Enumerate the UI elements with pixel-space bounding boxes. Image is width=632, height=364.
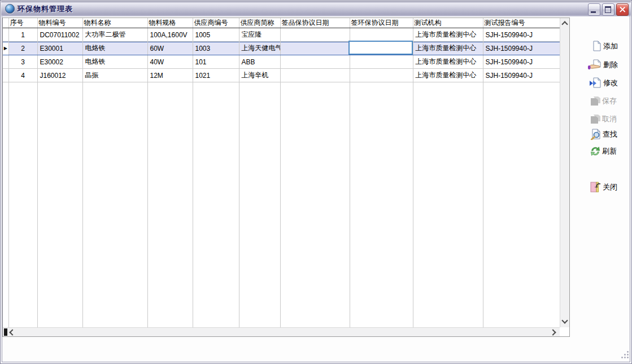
cell[interactable]: 上海天健电气有 — [239, 42, 280, 55]
refresh-icon — [590, 146, 601, 157]
scroll-right-icon[interactable] — [550, 329, 556, 335]
cell[interactable] — [350, 55, 413, 69]
cell[interactable]: 101 — [193, 55, 239, 69]
cell[interactable]: SJH-1509940-J — [483, 28, 560, 42]
row-indicator-cell[interactable]: ▶ — [3, 42, 8, 55]
cell[interactable]: 4 — [8, 69, 37, 82]
cell-editor-input[interactable] — [348, 41, 413, 55]
cell[interactable]: 60W — [147, 42, 193, 55]
horizontal-scrollbar[interactable] — [3, 327, 560, 336]
column-header-supplier-name[interactable]: 供应商简称 — [239, 18, 280, 28]
cell[interactable]: ABB — [239, 55, 280, 69]
cell[interactable]: SJH-1509940-J — [483, 69, 560, 82]
cell[interactable]: 40W — [147, 55, 193, 69]
modify-arrow-icon — [589, 77, 602, 88]
save-icon — [589, 95, 601, 106]
cell[interactable]: 12M — [147, 69, 193, 82]
scroll-left-icon[interactable] — [9, 329, 15, 335]
cell[interactable]: 晶振 — [82, 69, 147, 82]
table-row: 4 J160012 晶振 12M 1021 上海辛机 上海市质量检测中心 SJH… — [3, 69, 560, 82]
find-button[interactable]: 查找 — [590, 128, 630, 140]
table-row: 1 DC07011002 大功率二极管 100A,1600V 1005 宝应隆 … — [3, 28, 560, 42]
cell[interactable]: 1003 — [193, 42, 239, 55]
grid-header-row: 序号 物料编号 物料名称 物料规格 供应商编号 供应商简称 签品保协议日期 签环… — [3, 18, 560, 28]
resize-grip-icon[interactable] — [621, 350, 629, 359]
cell[interactable]: E30001 — [37, 42, 82, 55]
column-header-env-date[interactable]: 签环保协议日期 — [350, 18, 413, 28]
cell[interactable]: 100A,1600V — [147, 28, 193, 42]
add-document-icon — [591, 41, 602, 51]
delete-button[interactable]: 删除 — [588, 59, 629, 71]
cancel-button: 取消 — [589, 113, 630, 125]
cell[interactable] — [350, 28, 413, 42]
cell[interactable]: 3 — [8, 55, 37, 69]
cell[interactable]: 1021 — [193, 69, 239, 82]
cell[interactable]: 2 — [8, 42, 37, 55]
cell[interactable]: 宝应隆 — [239, 28, 280, 42]
column-header-spec[interactable]: 物料规格 — [147, 18, 193, 28]
cell[interactable]: 电烙铁 — [82, 42, 147, 55]
save-button: 保存 — [589, 95, 630, 107]
cell[interactable]: 1 — [8, 28, 37, 42]
cell[interactable] — [350, 69, 413, 82]
cell[interactable]: 上海辛机 — [239, 69, 280, 82]
maximize-icon — [605, 6, 611, 13]
minimize-icon — [591, 11, 596, 13]
column-header-test-org[interactable]: 测试机构 — [413, 18, 483, 28]
cell[interactable] — [280, 42, 350, 55]
scroll-up-icon[interactable] — [561, 21, 568, 27]
selected-row-marker-icon: ▶ — [3, 42, 8, 55]
row-indicator-cell[interactable] — [3, 69, 8, 82]
cell[interactable]: E30002 — [37, 55, 82, 69]
cell[interactable]: 上海市质量检测中心 — [413, 42, 483, 55]
cell[interactable]: 上海市质量检测中心 — [413, 69, 483, 82]
globe-icon — [5, 4, 15, 14]
add-button[interactable]: 添加 — [591, 40, 632, 52]
window-title: 环保物料管理表 — [18, 4, 73, 14]
row-indicator-cell[interactable] — [3, 55, 8, 69]
cancel-icon — [589, 113, 601, 124]
empty-grid-area — [3, 82, 560, 328]
cell[interactable] — [280, 55, 350, 69]
column-header-qa-date[interactable]: 签品保协议日期 — [280, 18, 350, 28]
column-header-seq[interactable]: 序号 — [8, 18, 37, 28]
delete-hand-icon — [588, 59, 602, 70]
close-door-icon — [589, 181, 602, 193]
hscrollbar-thumb[interactable] — [4, 328, 7, 336]
cell[interactable]: SJH-1509940-J — [483, 42, 560, 55]
cell[interactable]: 大功率二极管 — [82, 28, 147, 42]
minimize-button[interactable] — [588, 3, 600, 16]
close-form-button[interactable]: 关闭 — [589, 181, 629, 193]
column-header-material-name[interactable]: 物料名称 — [82, 18, 147, 28]
cell[interactable]: 上海市质量检测中心 — [413, 55, 483, 69]
material-grid: 序号 物料编号 物料名称 物料规格 供应商编号 供应商简称 签品保协议日期 签环… — [2, 17, 570, 337]
cell[interactable]: SJH-1509940-J — [483, 55, 560, 69]
modify-button[interactable]: 修改 — [589, 77, 630, 89]
row-indicator-cell[interactable] — [3, 28, 8, 42]
refresh-button[interactable]: 刷新 — [590, 145, 630, 157]
cell[interactable]: J160012 — [37, 69, 82, 82]
column-header-report-no[interactable]: 测试报告编号 — [483, 18, 560, 28]
maximize-button[interactable] — [602, 3, 614, 16]
table-row: 3 E30002 电烙铁 40W 101 ABB 上海市质量检测中心 SJH-1… — [3, 55, 560, 69]
grid-table: 序号 物料编号 物料名称 物料规格 供应商编号 供应商简称 签品保协议日期 签环… — [3, 18, 560, 328]
cell[interactable] — [280, 28, 350, 42]
vertical-scrollbar[interactable] — [560, 18, 569, 327]
cell[interactable]: 上海市质量检测中心 — [413, 28, 483, 42]
table-row-selected: ▶ 2 E30001 电烙铁 60W 1003 上海天健电气有 上海市质量检测中… — [3, 42, 560, 55]
cell[interactable] — [280, 69, 350, 82]
cell[interactable]: DC07011002 — [37, 28, 82, 42]
scrollbar-corner — [560, 327, 569, 336]
cell[interactable]: 1005 — [193, 28, 239, 42]
close-icon — [620, 7, 625, 12]
indicator-column-header — [3, 18, 8, 28]
cell[interactable]: 电烙铁 — [82, 55, 147, 69]
close-button[interactable] — [616, 3, 629, 16]
titlebar[interactable]: 环保物料管理表 — [1, 1, 631, 16]
scroll-down-icon[interactable] — [561, 317, 568, 323]
column-header-supplier-no[interactable]: 供应商编号 — [193, 18, 239, 28]
column-header-material-no[interactable]: 物料编号 — [37, 18, 82, 28]
application-window: 环保物料管理表 序号 物料编号 物料名称 物料规格 供应商编号 供应商简称 签品… — [0, 0, 632, 364]
find-magnifier-icon — [590, 129, 602, 140]
